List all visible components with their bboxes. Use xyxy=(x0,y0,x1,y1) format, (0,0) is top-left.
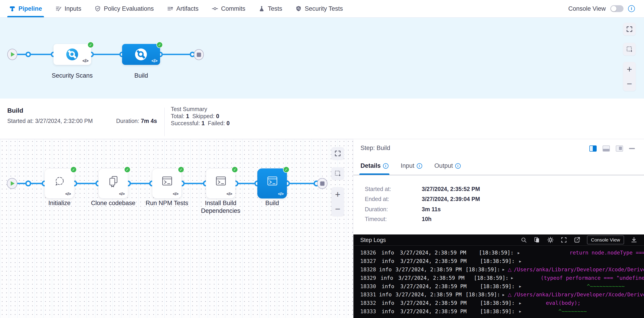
tab-tests[interactable]: Tests xyxy=(258,0,282,17)
tab-commits[interactable]: Commits xyxy=(212,0,246,17)
warning-icon: △ xyxy=(508,292,512,297)
zoom-out-button[interactable]: − xyxy=(623,76,636,91)
fullscreen-button[interactable] xyxy=(331,147,344,160)
summary-started: Started at: 3/27/2024, 2:32:00 PM xyxy=(7,118,93,124)
tab-label: Output xyxy=(434,162,453,169)
tab-label: Details xyxy=(360,162,381,169)
start-node[interactable] xyxy=(7,178,17,189)
copy-icon[interactable] xyxy=(534,237,540,243)
summary-title: Build xyxy=(7,107,23,114)
check-icon: ✓ xyxy=(233,168,236,172)
tab-inputs[interactable]: Inputs xyxy=(55,0,82,17)
test-summary-row2: Successful: 1 Failed: 0 xyxy=(171,120,230,127)
zoom-in-button[interactable]: + xyxy=(623,62,636,76)
code-icon: </> xyxy=(119,191,124,196)
console-view-label: Console View xyxy=(568,5,606,12)
play-icon xyxy=(11,181,14,186)
log-line: 18332info3/27/2024, 2:38:59 PM[18:38:59]… xyxy=(354,299,644,307)
stage-label: Security Scans xyxy=(42,72,102,79)
step-label: Run NPM Tests xyxy=(137,199,196,207)
caret-icon: ▸ xyxy=(511,276,515,280)
top-nav: Pipeline Inputs Policy Evaluations Artif… xyxy=(0,0,644,17)
info-icon[interactable]: i xyxy=(383,163,388,169)
info-icon[interactable]: i xyxy=(417,163,422,169)
check-icon: ✓ xyxy=(158,43,161,47)
zoom-out-button[interactable]: − xyxy=(331,202,344,216)
check-icon: ✓ xyxy=(285,168,288,172)
edge-port xyxy=(25,181,31,186)
console-view-button[interactable]: Console View xyxy=(587,236,624,244)
detail-duration: Duration:3m 11s xyxy=(365,206,399,213)
zoom-in-button[interactable]: + xyxy=(331,187,344,202)
commit-icon xyxy=(212,5,218,12)
settings-gear-icon[interactable] xyxy=(547,237,554,243)
terminal-icon xyxy=(214,175,227,188)
artifacts-icon xyxy=(167,5,173,12)
step-graph-canvas[interactable]: ✓ </> Initialize ✓ </> Clone codebase ✓ … xyxy=(0,139,353,318)
check-icon: ✓ xyxy=(89,43,92,47)
download-icon[interactable] xyxy=(631,237,637,243)
inputs-icon xyxy=(55,5,62,12)
test-summary-row1: Total: 1 Skipped: 0 xyxy=(171,113,230,120)
stage-summary: Build Started at: 3/27/2024, 2:32:00 PM … xyxy=(0,99,644,139)
success-badge: ✓ xyxy=(232,166,238,173)
stage-node-security-scans[interactable]: ✓ </> xyxy=(54,44,91,65)
stop-icon xyxy=(197,52,201,57)
step-node-initialize[interactable]: ✓ </> xyxy=(45,168,74,199)
refresh-icon xyxy=(53,175,66,188)
step-node-run-npm-tests[interactable]: ✓ </> xyxy=(152,168,182,199)
end-node[interactable] xyxy=(194,49,204,60)
layout-right-icon[interactable] xyxy=(589,145,597,152)
step-node-install-build-dependencies[interactable]: ✓ </> xyxy=(206,168,236,199)
step-logs-toolbar: Step Logs Console View xyxy=(354,235,644,246)
console-view-toggle[interactable] xyxy=(610,5,624,12)
tab-label: Artifacts xyxy=(176,5,198,12)
stop-icon xyxy=(320,181,324,186)
info-icon[interactable]: i xyxy=(455,163,461,169)
stage-node-build[interactable]: ✓ </> xyxy=(122,44,160,65)
tab-security-tests[interactable]: Security Tests xyxy=(295,0,343,17)
shield-check-icon xyxy=(94,5,101,12)
log-line: 18327info3/27/2024, 2:38:59 PM[18:38:59]… xyxy=(354,257,644,266)
log-line: 18329info3/27/2024, 2:38:59 PM[18:38:59]… xyxy=(354,274,644,282)
detail-timeout: Timeout:10h xyxy=(365,216,399,222)
panel-tabs: Details i Input i Output i xyxy=(360,162,461,169)
summary-divider xyxy=(164,108,165,136)
stage-edge xyxy=(12,54,199,55)
step-node-build[interactable]: ✓ </> xyxy=(257,168,287,199)
tab-artifacts[interactable]: Artifacts xyxy=(167,0,198,17)
start-node[interactable] xyxy=(7,49,17,60)
minimize-icon[interactable] xyxy=(629,148,635,149)
step-label: Initialize xyxy=(30,199,89,207)
caret-icon: ▸ xyxy=(519,309,524,314)
marquee-select-button[interactable] xyxy=(331,167,344,180)
scan-stage-icon xyxy=(66,48,78,62)
layout-float-icon[interactable] xyxy=(616,145,623,152)
shield-scan-icon xyxy=(295,5,302,12)
toggle-knob xyxy=(611,6,616,11)
info-icon[interactable]: i xyxy=(628,5,635,12)
log-rows[interactable]: 18326info3/27/2024, 2:38:59 PM[18:38:59]… xyxy=(354,249,644,316)
marquee-select-button[interactable] xyxy=(623,43,636,55)
step-node-clone-codebase[interactable]: ✓ </> xyxy=(98,168,128,199)
stage-graph-canvas[interactable]: ✓ </> Security Scans ✓ </> Build + − xyxy=(0,17,644,99)
success-badge: ✓ xyxy=(283,166,290,173)
fullscreen-button[interactable] xyxy=(623,23,636,35)
end-node[interactable] xyxy=(317,178,328,189)
code-icon: </> xyxy=(65,191,71,196)
panel-title: Step: Build xyxy=(360,145,390,152)
tab-input[interactable]: Input i xyxy=(401,162,422,169)
code-icon: </> xyxy=(173,191,178,196)
layout-bottom-icon[interactable] xyxy=(602,145,610,152)
tab-pipeline[interactable]: Pipeline xyxy=(9,0,42,17)
open-external-icon[interactable] xyxy=(574,237,580,243)
nav-right: Console View i xyxy=(568,5,635,12)
caret-icon: ▸ xyxy=(519,301,524,306)
tab-output[interactable]: Output i xyxy=(434,162,461,169)
panel-layout-controls xyxy=(589,145,635,152)
tab-policy-evaluations[interactable]: Policy Evaluations xyxy=(94,0,154,17)
fullscreen-icon[interactable] xyxy=(561,237,567,243)
tab-details[interactable]: Details i xyxy=(360,162,388,169)
search-icon[interactable] xyxy=(520,237,527,243)
step-label: Install Build Dependencies xyxy=(191,199,250,215)
